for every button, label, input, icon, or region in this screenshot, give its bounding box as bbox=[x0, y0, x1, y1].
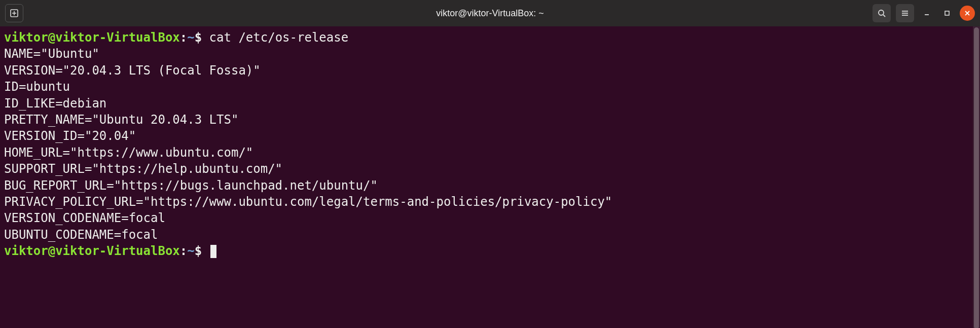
scrollbar-thumb[interactable] bbox=[974, 27, 979, 328]
output-line: PRIVACY_POLICY_URL="https://www.ubuntu.c… bbox=[4, 195, 612, 209]
output-line: VERSION="20.04.3 LTS (Focal Fossa)" bbox=[4, 63, 261, 78]
maximize-icon bbox=[943, 10, 951, 17]
prompt-path: ~ bbox=[187, 30, 194, 45]
svg-point-3 bbox=[879, 10, 884, 15]
prompt-userhost: viktor@viktor-VirtualBox bbox=[4, 30, 180, 45]
terminal-window: viktor@viktor-VirtualBox: ~ bbox=[0, 0, 980, 328]
close-button[interactable] bbox=[960, 6, 975, 21]
terminal-output-area[interactable]: viktor@viktor-VirtualBox:~$ cat /etc/os-… bbox=[0, 26, 980, 328]
output-line: ID_LIKE=debian bbox=[4, 96, 106, 111]
output-line: BUG_REPORT_URL="https://bugs.launchpad.n… bbox=[4, 178, 378, 193]
prompt-sep: : bbox=[180, 30, 187, 45]
prompt-sep: : bbox=[180, 244, 187, 258]
output-line: HOME_URL="https://www.ubuntu.com/" bbox=[4, 145, 253, 160]
prompt-symbol: $ bbox=[195, 244, 202, 258]
output-line: ID=ubuntu bbox=[4, 80, 70, 94]
scrollbar-track[interactable] bbox=[973, 26, 980, 328]
titlebar-right-group bbox=[873, 4, 975, 22]
minimize-icon bbox=[923, 10, 930, 17]
output-line: PRETTY_NAME="Ubuntu 20.04.3 LTS" bbox=[4, 113, 238, 127]
titlebar: viktor@viktor-VirtualBox: ~ bbox=[0, 0, 980, 26]
output-line: VERSION_ID="20.04" bbox=[4, 129, 136, 143]
svg-line-4 bbox=[883, 15, 885, 17]
output-line: UBUNTU_CODENAME=focal bbox=[4, 228, 158, 242]
titlebar-left-group bbox=[5, 4, 23, 22]
minimize-button[interactable] bbox=[919, 6, 934, 21]
output-line: NAME="Ubuntu" bbox=[4, 47, 99, 61]
close-icon bbox=[964, 10, 971, 17]
new-tab-button[interactable] bbox=[5, 4, 23, 22]
search-icon bbox=[877, 9, 886, 18]
prompt-path: ~ bbox=[187, 244, 194, 258]
command-text: cat /etc/os-release bbox=[209, 30, 349, 45]
svg-rect-9 bbox=[945, 11, 949, 15]
prompt-symbol: $ bbox=[195, 30, 202, 45]
new-tab-icon bbox=[10, 9, 19, 18]
hamburger-menu-button[interactable] bbox=[896, 4, 914, 22]
window-title: viktor@viktor-VirtualBox: ~ bbox=[436, 8, 544, 19]
search-button[interactable] bbox=[873, 4, 891, 22]
output-line: SUPPORT_URL="https://help.ubuntu.com/" bbox=[4, 162, 282, 176]
maximize-button[interactable] bbox=[939, 6, 955, 21]
text-cursor bbox=[210, 245, 216, 258]
output-line: VERSION_CODENAME=focal bbox=[4, 211, 165, 225]
hamburger-menu-icon bbox=[900, 9, 910, 18]
prompt-userhost: viktor@viktor-VirtualBox bbox=[4, 244, 180, 258]
